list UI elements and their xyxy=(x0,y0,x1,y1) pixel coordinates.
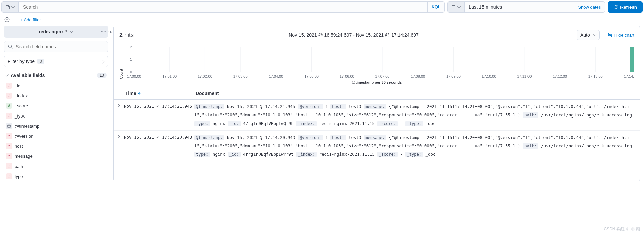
chevron-down-icon xyxy=(458,5,461,9)
field-name: _score xyxy=(15,103,28,108)
filter-by-type[interactable]: Filter by type 0 xyxy=(4,56,108,67)
document-column-header[interactable]: Document xyxy=(194,87,640,99)
interval-select[interactable]: Auto xyxy=(577,30,600,40)
calendar-icon xyxy=(451,4,456,10)
time-range-display: Nov 15, 2021 @ 16:59:24.697 - Nov 15, 20… xyxy=(134,32,574,38)
field-item-score[interactable]: #_score xyxy=(4,101,108,111)
field-type-icon: t xyxy=(6,133,12,139)
svg-point-1 xyxy=(9,45,12,48)
svg-text:17:07:00: 17:07:00 xyxy=(375,74,390,78)
time-column-header[interactable]: Time xyxy=(124,87,194,99)
hide-chart-button[interactable]: Hide chart xyxy=(608,33,634,38)
hit-count: 2 hits xyxy=(119,32,134,39)
field-item-path[interactable]: tpath xyxy=(4,161,108,171)
filter-by-type-label: Filter by type xyxy=(8,59,35,64)
field-type-icon xyxy=(6,123,12,129)
svg-rect-2 xyxy=(8,125,11,127)
svg-text:17:10:00: 17:10:00 xyxy=(482,74,496,78)
field-item-index[interactable]: t_index xyxy=(4,91,108,101)
svg-text:17:08:00: 17:08:00 xyxy=(411,74,425,78)
svg-text:17:04:00: 17:04:00 xyxy=(269,74,283,78)
refresh-button[interactable]: Refresh xyxy=(608,1,643,13)
field-type-icon: t xyxy=(6,163,12,169)
field-item-id[interactable]: t_id xyxy=(4,81,108,91)
field-name: _type xyxy=(15,113,26,119)
field-name: host xyxy=(15,144,23,149)
row-document: @timestamp: Nov 15, 2021 @ 17:14:21.945 … xyxy=(194,102,640,128)
field-type-icon: t xyxy=(6,173,12,179)
svg-text:17:14:00: 17:14:00 xyxy=(624,74,634,78)
table-row: Nov 15, 2021 @ 17:14:20.943 @timestamp: … xyxy=(114,131,640,161)
available-fields-label: Available fields xyxy=(11,73,95,78)
search-icon xyxy=(8,44,13,49)
refresh-label: Refresh xyxy=(620,5,637,10)
index-pattern-options-icon[interactable]: ⚬⚬⚬▸ xyxy=(100,30,113,34)
svg-text:1: 1 xyxy=(130,57,132,61)
search-bar: KQL xyxy=(1,1,445,13)
svg-text:17:01:00: 17:01:00 xyxy=(162,74,177,78)
svg-text:17:03:00: 17:03:00 xyxy=(233,74,248,78)
filter-by-type-count: 0 xyxy=(37,59,44,64)
svg-text:2: 2 xyxy=(130,45,132,49)
svg-text:17:06:00: 17:06:00 xyxy=(340,74,354,78)
saved-query-menu[interactable] xyxy=(2,2,19,12)
arrow-down-icon xyxy=(137,91,141,95)
row-time: Nov 15, 2021 @ 17:14:21.945 xyxy=(124,102,194,128)
available-fields-count: 10 xyxy=(97,73,107,78)
expand-row-button[interactable] xyxy=(114,133,124,158)
field-item-type[interactable]: ttype xyxy=(4,171,108,181)
field-item-timestamp[interactable]: @timestamp xyxy=(4,121,108,131)
index-pattern-label: redis-nginx-* xyxy=(39,29,67,34)
field-item-host[interactable]: thost xyxy=(4,141,108,151)
kql-toggle[interactable]: KQL xyxy=(427,2,444,12)
svg-text:17:09:00: 17:09:00 xyxy=(446,74,461,78)
field-type-icon: t xyxy=(6,113,12,119)
chevron-down-icon xyxy=(101,60,104,63)
date-picker-toggle[interactable] xyxy=(448,2,465,12)
field-item-message[interactable]: tmessage xyxy=(4,151,108,161)
refresh-icon xyxy=(613,5,618,9)
add-filter-button[interactable]: + Add filter xyxy=(20,17,41,22)
available-fields-header[interactable]: Available fields 10 xyxy=(4,70,108,81)
chart-x-axis-label: @timestamp per 30 seconds xyxy=(119,79,634,84)
svg-text:17:13:00: 17:13:00 xyxy=(588,74,603,78)
interval-value: Auto xyxy=(580,32,590,38)
table-row: Nov 15, 2021 @ 17:14:21.945 @timestamp: … xyxy=(114,100,640,131)
field-type-icon: t xyxy=(6,83,12,89)
search-input[interactable] xyxy=(19,2,427,12)
field-search xyxy=(4,41,108,52)
field-item-version[interactable]: t@version xyxy=(4,131,108,141)
row-document: @timestamp: Nov 15, 2021 @ 17:14:20.943 … xyxy=(194,133,640,158)
field-type-icon: t xyxy=(6,143,12,149)
hide-chart-label: Hide chart xyxy=(614,33,634,38)
chevron-down-icon xyxy=(593,33,597,37)
svg-point-0 xyxy=(5,17,9,22)
svg-text:17:11:00: 17:11:00 xyxy=(517,74,532,78)
histogram-chart: Count 01217:00:0017:01:0017:02:0017:03:0… xyxy=(114,44,640,87)
field-item-type[interactable]: t_type xyxy=(4,111,108,121)
svg-text:17:02:00: 17:02:00 xyxy=(198,74,212,78)
field-name: @timestamp xyxy=(15,124,39,129)
chart-bar[interactable] xyxy=(630,47,634,72)
row-time: Nov 15, 2021 @ 17:14:20.943 xyxy=(124,133,194,158)
svg-text:17:00:00: 17:00:00 xyxy=(127,74,141,78)
filter-icon[interactable] xyxy=(4,17,10,23)
svg-text:17:05:00: 17:05:00 xyxy=(304,74,319,78)
show-dates-link[interactable]: Show dates xyxy=(574,2,605,12)
eye-off-icon xyxy=(608,33,612,37)
chevron-down-icon xyxy=(70,30,74,33)
field-type-icon: t xyxy=(6,93,12,99)
documents-table-header: Time Document xyxy=(114,87,640,100)
results-panel: 2 hits Nov 15, 2021 @ 16:59:24.697 - Nov… xyxy=(113,26,640,181)
field-search-input[interactable] xyxy=(16,44,104,49)
index-pattern-selector[interactable]: redis-nginx-* ⚬⚬⚬▸ xyxy=(4,26,108,38)
svg-text:17:12:00: 17:12:00 xyxy=(553,74,567,78)
date-range-text[interactable]: Last 15 minutes xyxy=(465,2,574,12)
chart-svg[interactable]: 01217:00:0017:01:0017:02:0017:03:0017:04… xyxy=(125,45,634,79)
expand-row-button[interactable] xyxy=(114,102,124,128)
chart-y-axis-label: Count xyxy=(119,45,123,79)
field-name: type xyxy=(15,174,23,179)
fields-sidebar: redis-nginx-* ⚬⚬⚬▸ Filter by type 0 Avai… xyxy=(4,26,108,181)
field-name: @version xyxy=(15,134,33,139)
chevron-down-icon xyxy=(12,5,15,9)
